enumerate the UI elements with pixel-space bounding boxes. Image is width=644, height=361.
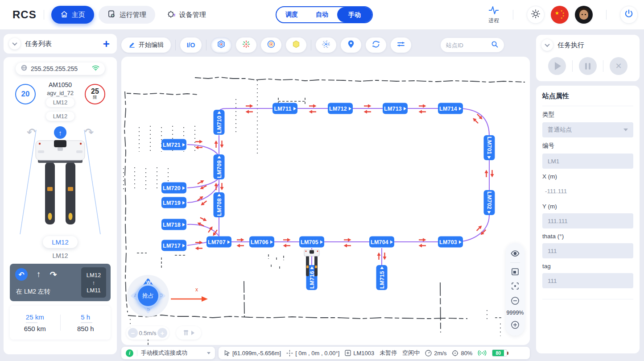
task-list-header: 任务列表 + bbox=[4, 34, 117, 54]
show-areas-toggle[interactable] bbox=[286, 37, 306, 53]
collapse-task-exec-button[interactable] bbox=[541, 39, 553, 51]
app-logo: RCS bbox=[12, 8, 37, 21]
station-search bbox=[441, 38, 504, 52]
show-stations-toggle[interactable] bbox=[211, 37, 231, 53]
process-button[interactable]: 进程 bbox=[488, 5, 500, 25]
filter-button[interactable] bbox=[391, 37, 411, 53]
station-type-select[interactable]: 普通站点 bbox=[542, 122, 633, 137]
io-button[interactable]: I/O bbox=[180, 37, 202, 53]
station-x-input[interactable] bbox=[545, 188, 631, 195]
globe-icon bbox=[21, 65, 27, 73]
mode-switcher: 调度 自动 手动 bbox=[276, 6, 373, 23]
flag-star-icon: ★ bbox=[555, 10, 559, 16]
turn-right-indicator: ↷ bbox=[50, 270, 57, 280]
user-avatar[interactable] bbox=[575, 6, 593, 24]
straight-indicator: ↑ bbox=[37, 270, 41, 279]
map-node-LM715[interactable]: LM715 bbox=[376, 265, 388, 290]
field-id: 编号 bbox=[542, 142, 633, 169]
seize-control-button[interactable]: 抢占 bbox=[136, 284, 160, 308]
divider bbox=[542, 106, 633, 106]
refresh-button[interactable] bbox=[366, 37, 386, 53]
map-toolbar: 开始编辑 I/O bbox=[121, 37, 530, 54]
task-pause-button[interactable] bbox=[579, 57, 597, 75]
map-node-LM701[interactable]: LM701 bbox=[484, 135, 495, 160]
divider bbox=[206, 40, 206, 50]
nav-item-home[interactable]: 主页 bbox=[51, 6, 94, 24]
map-node-LM712[interactable]: LM712 bbox=[328, 103, 353, 114]
agv-ip-row[interactable]: 255.255.255.255 bbox=[16, 62, 105, 75]
speed-increase-button[interactable]: + bbox=[157, 328, 167, 338]
agv-map-marker[interactable] bbox=[304, 249, 320, 280]
zoom-out-button[interactable] bbox=[510, 295, 520, 306]
turn-left-button[interactable]: ↶ bbox=[27, 127, 36, 138]
fork-icon bbox=[183, 330, 189, 336]
relocate-button[interactable] bbox=[316, 37, 336, 53]
divider bbox=[175, 40, 176, 50]
map-node-LM707[interactable]: LM707 bbox=[206, 237, 231, 248]
map-node-LM703[interactable]: LM703 bbox=[438, 237, 463, 248]
map-node-LM713[interactable]: LM713 bbox=[383, 103, 408, 114]
map-node-LM709[interactable]: LM709 bbox=[214, 154, 225, 179]
show-targets-toggle[interactable] bbox=[261, 37, 281, 53]
mode-tab-manual[interactable]: 手动 bbox=[337, 7, 372, 22]
map-node-LM708[interactable]: LM708 bbox=[214, 192, 225, 217]
map-node-LM721[interactable]: LM721 bbox=[161, 139, 186, 150]
map-node-LM719[interactable]: LM719 bbox=[161, 197, 186, 208]
manual-joystick[interactable]: W A D S 抢占 bbox=[126, 274, 170, 318]
map-node-LM705[interactable]: LM705 bbox=[299, 237, 324, 248]
map-node-LM702[interactable]: LM702 bbox=[484, 190, 495, 215]
location-pin-icon bbox=[347, 40, 355, 50]
show-pointcloud-toggle[interactable] bbox=[236, 37, 256, 53]
map-node-LM706[interactable]: LM706 bbox=[249, 237, 274, 248]
nav-item-devices[interactable]: 设备管理 bbox=[158, 6, 215, 24]
map-node-LM704[interactable]: LM704 bbox=[369, 237, 394, 248]
zoom-in-button[interactable] bbox=[510, 320, 520, 330]
map-node-LM717[interactable]: LM717 bbox=[161, 240, 186, 251]
visibility-button[interactable] bbox=[510, 248, 520, 259]
home-icon bbox=[60, 10, 68, 20]
map-node-LM711[interactable]: LM711 bbox=[272, 103, 297, 114]
power-icon bbox=[623, 8, 634, 21]
theme-toggle-button[interactable] bbox=[527, 6, 545, 24]
forward-button[interactable]: ↑ bbox=[54, 126, 66, 139]
station-search-input[interactable] bbox=[446, 42, 491, 49]
station-tag-input[interactable] bbox=[548, 278, 628, 284]
target-icon bbox=[452, 350, 458, 357]
station-id-input[interactable] bbox=[548, 158, 628, 165]
mode-tab-auto[interactable]: 自动 bbox=[307, 11, 337, 19]
map-node-LM714[interactable]: LM714 bbox=[438, 103, 463, 114]
minimap-button[interactable] bbox=[510, 266, 520, 277]
chevron-down-icon[interactable] bbox=[207, 352, 211, 354]
fork-action-button[interactable] bbox=[176, 326, 201, 340]
collapse-task-list-button[interactable] bbox=[9, 38, 21, 50]
left-panel: 任务列表 + 255.255.255.255 20 AM1050 agv_id_… bbox=[4, 34, 117, 357]
nav-item-operations[interactable]: 运行管理 bbox=[99, 6, 155, 24]
map-node-LM710[interactable]: LM710 bbox=[214, 110, 225, 135]
map-canvas[interactable]: LM710LM711LM712LM713LM714LM701LM702LM703… bbox=[121, 57, 530, 345]
locate-button[interactable] bbox=[341, 37, 361, 53]
map-view-controls: 9999% bbox=[506, 243, 524, 336]
map-node-LM720[interactable]: LM720 bbox=[161, 183, 186, 194]
language-flag-button[interactable]: ★ ★ ★ ★ ★ bbox=[551, 6, 569, 24]
power-button[interactable] bbox=[620, 6, 638, 24]
task-stop-button[interactable]: ✕ bbox=[610, 57, 627, 75]
map-node-LM718[interactable]: LM718 bbox=[161, 219, 186, 230]
turn-right-button[interactable]: ↷ bbox=[85, 127, 94, 138]
speed-decrease-button[interactable]: − bbox=[128, 328, 138, 338]
navigation-card: ↶ ↑ ↷ 在 LM2 左转 LM12 ↑ LM11 bbox=[10, 264, 111, 301]
search-icon[interactable] bbox=[491, 41, 499, 50]
task-play-button[interactable] bbox=[548, 57, 566, 75]
mode-tab-dispatch[interactable]: 调度 bbox=[277, 11, 307, 19]
plus-square-icon bbox=[345, 350, 351, 356]
start-edit-button[interactable]: 开始编辑 bbox=[121, 37, 171, 53]
center-view-button[interactable] bbox=[510, 281, 520, 291]
add-task-button[interactable]: + bbox=[101, 38, 111, 50]
speed-readout: 2m/s bbox=[425, 350, 446, 357]
station-theta-input[interactable] bbox=[548, 248, 628, 254]
connection-message[interactable]: i 手动模式连接成功 bbox=[121, 347, 215, 359]
yellow-hexagon-icon bbox=[292, 40, 301, 50]
divider bbox=[603, 60, 603, 72]
station-y-input[interactable] bbox=[548, 218, 628, 224]
task-list-title: 任务列表 bbox=[25, 40, 97, 48]
odometer-card: 25 km 650 km 5 h 850 h bbox=[10, 306, 111, 340]
